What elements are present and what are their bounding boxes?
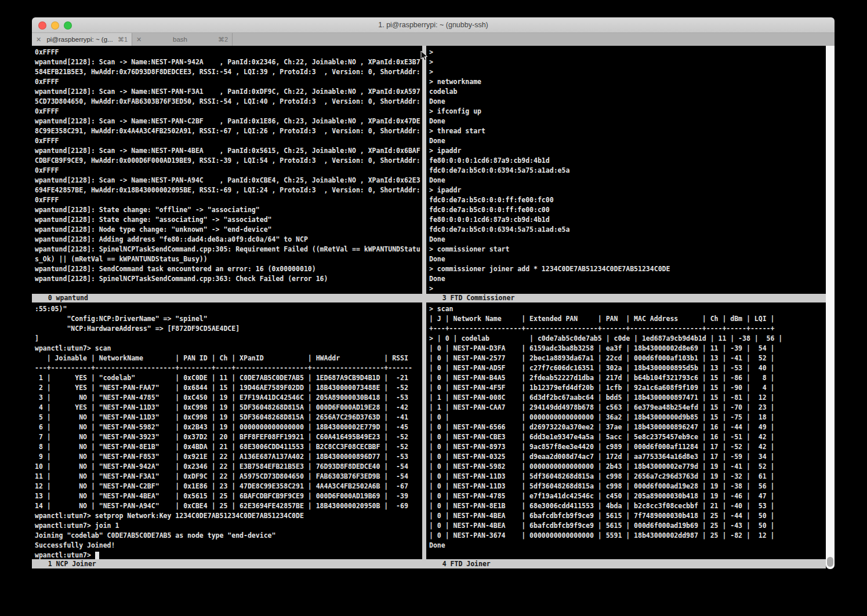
scrollbar-track[interactable]: [826, 46, 835, 569]
scrollbar-thumb[interactable]: [827, 557, 833, 567]
close-window-button[interactable]: [38, 21, 46, 30]
pane-ftd-commissioner[interactable]: > > > > networkname codelab Done > ifcon…: [426, 46, 826, 294]
mouse-pointer-icon: [420, 50, 428, 61]
pane-status-ftd-joiner: 4 FTD Joiner: [426, 559, 826, 568]
zoom-window-button[interactable]: [64, 21, 72, 30]
tab-ssh-session[interactable]: ✕ pi@raspberrypi: ~ (g... ⌘1: [32, 33, 132, 46]
pane-ncp-joiner[interactable]: :55:05)" "Config:NCP:DriverName" => "spi…: [32, 302, 422, 559]
window-titlebar[interactable]: 1. pi@raspberrypi: ~ (gnubby-ssh): [32, 17, 835, 33]
tab-label: pi@raspberrypi: ~ (g...: [45, 36, 114, 43]
terminal-cursor: [95, 552, 99, 559]
tab-bar: ✕ pi@raspberrypi: ~ (g... ⌘1 ✕ bash ⌘2: [32, 33, 835, 46]
tab-close-icon[interactable]: ✕: [136, 36, 142, 43]
tab-label: bash: [146, 36, 215, 43]
ftd-commissioner-text: > > > > networkname codelab Done > ifcon…: [426, 46, 826, 294]
terminal-content: 0xFFFF wpantund[2128]: Scan -> Name:NEST…: [32, 46, 835, 616]
pane-status-ncp-joiner: 1 NCP Joiner: [32, 559, 422, 568]
pane-divider[interactable]: [422, 46, 426, 568]
pane-status-ftd-commissioner: 3 FTD Commissioner: [426, 294, 826, 302]
ncp-joiner-text: :55:05)" "Config:NCP:DriverName" => "spi…: [32, 302, 422, 559]
tab-close-icon[interactable]: ✕: [36, 36, 41, 43]
window-title: 1. pi@raspberrypi: ~ (gnubby-ssh): [32, 17, 835, 32]
minimize-window-button[interactable]: [51, 21, 59, 30]
wpantund-log-text: 0xFFFF wpantund[2128]: Scan -> Name:NEST…: [32, 46, 422, 284]
tab-shortcut: ⌘2: [218, 36, 228, 43]
traffic-lights: [38, 21, 72, 30]
terminal-window: 1. pi@raspberrypi: ~ (gnubby-ssh) ✕ pi@r…: [32, 17, 835, 616]
pane-ftd-joiner[interactable]: > scan | J | Network Name | Extended PAN…: [426, 302, 826, 559]
tab-bash[interactable]: ✕ bash ⌘2: [132, 33, 233, 46]
tab-shortcut: ⌘1: [118, 36, 128, 43]
pane-wpantund-log[interactable]: 0xFFFF wpantund[2128]: Scan -> Name:NEST…: [32, 46, 422, 294]
pane-status-wpantund: 0 wpantund: [32, 294, 422, 302]
ftd-joiner-text: > scan | J | Network Name | Extended PAN…: [426, 302, 826, 551]
